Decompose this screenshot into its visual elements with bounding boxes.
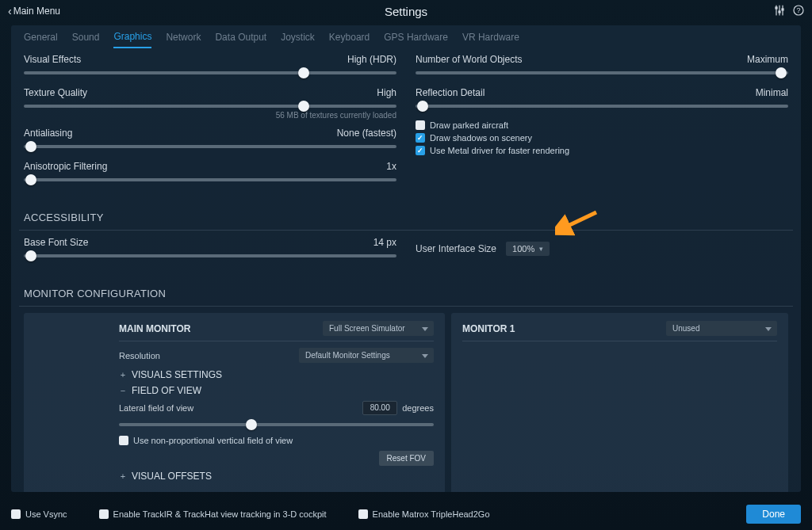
- texture-quality-value: High: [377, 87, 396, 98]
- anisotropic-slider[interactable]: Anisotropic Filtering1x: [24, 161, 396, 186]
- draw-shadows-check[interactable]: Draw shadows on scenery: [416, 133, 788, 143]
- tab-general[interactable]: General: [24, 27, 58, 48]
- tab-vr-hardware[interactable]: VR Hardware: [462, 27, 519, 48]
- svg-text:?: ?: [796, 6, 800, 14]
- lateral-fov-unit: degrees: [402, 403, 434, 413]
- tab-joystick[interactable]: Joystick: [281, 27, 315, 48]
- plus-icon: +: [119, 370, 127, 379]
- ui-size-dropdown[interactable]: 100% ▾: [506, 242, 550, 256]
- chevron-left-icon: ‹: [8, 5, 12, 17]
- monitor-1-mode-select[interactable]: Unused: [666, 321, 777, 336]
- trackir-label: Enable TrackIR & TrackHat view tracking …: [113, 509, 327, 519]
- matrox-label: Enable Matrox TripleHead2Go: [373, 509, 490, 519]
- metal-label: Use Metal driver for faster rendering: [430, 146, 569, 155]
- tab-data-output[interactable]: Data Output: [215, 27, 266, 48]
- page-title: Settings: [385, 5, 427, 18]
- metal-driver-check[interactable]: Use Metal driver for faster rendering: [416, 146, 788, 155]
- antialiasing-label: Antialiasing: [24, 128, 72, 139]
- antialiasing-slider[interactable]: AntialiasingNone (fastest): [24, 128, 396, 153]
- accessibility-heading: ACCESSIBILITY: [24, 212, 793, 223]
- texture-quality-slider[interactable]: Texture QualityHigh 56 MB of textures cu…: [24, 87, 396, 120]
- reset-fov-button[interactable]: Reset FOV: [379, 451, 434, 466]
- back-button[interactable]: ‹ Main Menu: [8, 5, 60, 17]
- checkbox-icon: [416, 120, 425, 130]
- plus-icon: +: [119, 471, 127, 481]
- nonprop-fov-check[interactable]: Use non-proportional vertical field of v…: [119, 436, 434, 445]
- svg-rect-5: [782, 9, 783, 10]
- visual-effects-slider[interactable]: Visual EffectsHigh (HDR): [24, 54, 396, 79]
- fov-heading: FIELD OF VIEW: [132, 385, 201, 396]
- visual-offsets-expander[interactable]: + VISUAL OFFSETS: [119, 471, 434, 482]
- visual-effects-label: Visual Effects: [24, 54, 81, 65]
- vsync-label: Use Vsync: [25, 509, 67, 519]
- anisotropic-label: Anisotropic Filtering: [24, 161, 107, 172]
- settings-sliders-icon[interactable]: [774, 5, 785, 18]
- main-monitor-title: MAIN MONITOR: [119, 323, 190, 334]
- tab-sound[interactable]: Sound: [72, 27, 100, 48]
- shadows-label: Draw shadows on scenery: [430, 133, 532, 143]
- monitor-1-card: MONITOR 1 Unused: [451, 313, 788, 492]
- resolution-select[interactable]: Default Monitor Settings: [299, 348, 434, 363]
- tab-gps-hardware[interactable]: GPS Hardware: [384, 27, 448, 48]
- monitor-1-title: MONITOR 1: [462, 323, 515, 334]
- main-monitor-card: MAIN MONITOR Full Screen Simulator Resol…: [24, 313, 445, 492]
- tab-keyboard[interactable]: Keyboard: [329, 27, 370, 48]
- settings-panel: General Sound Graphics Network Data Outp…: [11, 25, 801, 492]
- font-size-label: Base Font Size: [24, 237, 88, 248]
- checkbox-icon: [11, 509, 21, 519]
- main-monitor-mode-select[interactable]: Full Screen Simulator: [323, 321, 434, 336]
- ui-size-value: 100%: [512, 244, 534, 254]
- visual-offsets-label: VISUAL OFFSETS: [132, 471, 212, 482]
- nonprop-label: Use non-proportional vertical field of v…: [133, 436, 293, 445]
- svg-rect-4: [779, 11, 780, 13]
- checkbox-icon: [119, 436, 128, 445]
- texture-quality-label: Texture Quality: [24, 87, 87, 98]
- visual-effects-value: High (HDR): [347, 54, 396, 65]
- back-label: Main Menu: [13, 6, 60, 17]
- antialiasing-value: None (fastest): [337, 128, 396, 139]
- ui-size-label: User Interface Size: [416, 243, 496, 254]
- lateral-fov-input[interactable]: 80.00: [362, 401, 397, 415]
- checkbox-icon: [99, 509, 109, 519]
- monitor-config-heading: MONITOR CONFIGURATION: [24, 288, 793, 299]
- help-icon[interactable]: ?: [793, 5, 804, 18]
- reflection-label: Reflection Detail: [416, 87, 485, 98]
- minus-icon: −: [119, 386, 127, 395]
- settings-tabs: General Sound Graphics Network Data Outp…: [19, 25, 793, 49]
- reflection-value: Minimal: [756, 87, 788, 98]
- reflection-detail-slider[interactable]: Reflection DetailMinimal: [416, 87, 788, 112]
- font-size-value: 14 px: [373, 237, 396, 248]
- visuals-settings-label: VISUALS SETTINGS: [132, 369, 222, 380]
- checkbox-icon: [358, 509, 368, 519]
- lateral-fov-slider[interactable]: [119, 418, 434, 431]
- resolution-label: Resolution: [119, 351, 160, 360]
- anisotropic-value: 1x: [386, 161, 396, 172]
- vsync-check[interactable]: Use Vsync: [11, 509, 67, 519]
- draw-parked-check[interactable]: Draw parked aircraft: [416, 120, 788, 130]
- visuals-settings-expander[interactable]: + VISUALS SETTINGS: [119, 369, 434, 380]
- font-size-slider[interactable]: Base Font Size14 px: [24, 237, 396, 262]
- world-objects-label: Number of World Objects: [416, 54, 523, 65]
- matrox-check[interactable]: Enable Matrox TripleHead2Go: [358, 509, 490, 519]
- chevron-down-icon: ▾: [539, 245, 543, 253]
- done-button[interactable]: Done: [746, 505, 801, 524]
- checkbox-icon: [416, 146, 425, 155]
- parked-label: Draw parked aircraft: [430, 120, 508, 130]
- tab-graphics[interactable]: Graphics: [113, 26, 151, 48]
- fov-expander[interactable]: − FIELD OF VIEW: [119, 385, 434, 396]
- trackir-check[interactable]: Enable TrackIR & TrackHat view tracking …: [99, 509, 327, 519]
- tab-network[interactable]: Network: [166, 27, 201, 48]
- world-objects-slider[interactable]: Number of World ObjectsMaximum: [416, 54, 788, 79]
- checkbox-icon: [416, 133, 425, 143]
- svg-rect-3: [776, 7, 777, 9]
- world-objects-value: Maximum: [747, 54, 788, 65]
- lateral-fov-label: Lateral field of view: [119, 403, 193, 413]
